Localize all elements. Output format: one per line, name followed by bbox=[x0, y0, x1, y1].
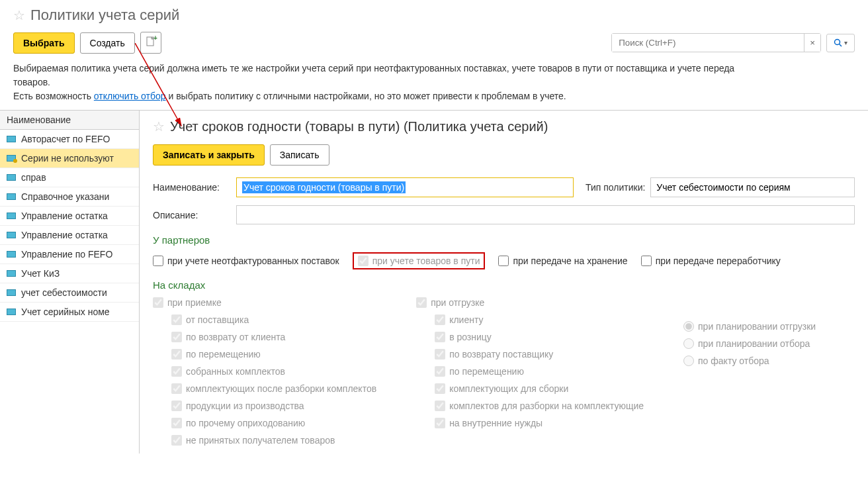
policy-type-input[interactable] bbox=[650, 177, 855, 197]
list-item[interactable]: справ bbox=[0, 168, 139, 187]
list-item[interactable]: Справочное указани bbox=[0, 187, 139, 207]
list-item[interactable]: Управление по FEFO bbox=[0, 245, 139, 264]
search-clear-button[interactable]: × bbox=[804, 34, 820, 52]
search-box: × bbox=[611, 33, 821, 52]
cb-storage[interactable]: при передаче на хранение bbox=[498, 252, 627, 269]
item-icon bbox=[7, 309, 16, 315]
description-input[interactable] bbox=[236, 205, 855, 224]
copy-button[interactable]: + bbox=[140, 32, 161, 54]
chevron-down-icon: ▾ bbox=[844, 39, 847, 46]
list-item[interactable]: Управление остатка bbox=[0, 226, 139, 245]
info-text: Выбираемая политика учета серий должна и… bbox=[0, 62, 868, 110]
list-item[interactable]: Серии не используют bbox=[0, 149, 139, 168]
cb-from-supplier[interactable]: от поставщика bbox=[171, 314, 376, 325]
select-button[interactable]: Выбрать bbox=[13, 32, 75, 54]
policy-type-label: Тип политики: bbox=[586, 182, 645, 193]
item-icon bbox=[7, 270, 16, 277]
list-item[interactable]: Авторасчет по FEFO bbox=[0, 130, 139, 149]
save-close-button[interactable]: Записать и закрыть bbox=[153, 144, 265, 166]
list-item[interactable]: Управление остатка bbox=[0, 207, 139, 226]
cb-not-accepted[interactable]: не принятых получателем товаров bbox=[171, 435, 376, 446]
list-item[interactable]: Учет КиЗ bbox=[0, 264, 139, 283]
document-icon: + bbox=[146, 36, 155, 49]
radio-plan-ship[interactable]: при планировании отгрузки bbox=[683, 321, 816, 332]
item-icon bbox=[7, 232, 16, 238]
main-toolbar: Выбрать Создать + × ▾ bbox=[0, 24, 868, 62]
svg-point-2 bbox=[835, 39, 840, 44]
cb-components[interactable]: комплектующих после разборки комплектов bbox=[171, 383, 376, 394]
cb-other-receipt[interactable]: по прочему оприходованию bbox=[171, 418, 376, 428]
cb-processor[interactable]: при передаче переработчику bbox=[641, 252, 781, 269]
save-button[interactable]: Записать bbox=[270, 144, 329, 166]
create-button[interactable]: Создать bbox=[80, 32, 135, 54]
cb-production[interactable]: продукции из производства bbox=[171, 401, 376, 411]
name-label: Наименование: bbox=[153, 182, 231, 193]
item-icon bbox=[7, 136, 16, 142]
cb-assembly[interactable]: комплектующих для сборки bbox=[435, 383, 644, 394]
cb-in-transit[interactable]: при учете товаров в пути bbox=[353, 252, 486, 269]
favorite-star-icon[interactable]: ☆ bbox=[13, 7, 25, 23]
cb-return-client[interactable]: по возврату от клиента bbox=[171, 332, 376, 342]
warehouses-section-title: На складах bbox=[153, 279, 855, 291]
item-icon bbox=[7, 155, 16, 162]
page-header: ☆ Политики учета серий bbox=[0, 0, 868, 24]
name-input[interactable]: Учет сроков годности (товары в пути) bbox=[236, 177, 574, 197]
magnifier-icon bbox=[834, 38, 843, 48]
cb-unfactured[interactable]: при учете неотфактурованных поставок bbox=[153, 252, 339, 269]
cb-receive[interactable]: при приемке bbox=[153, 297, 376, 308]
form-panel: ☆ Учет сроков годности (товары в пути) (… bbox=[140, 111, 868, 454]
favorite-star-icon[interactable]: ☆ bbox=[153, 119, 165, 134]
cb-move-in[interactable]: по перемещению bbox=[171, 349, 376, 360]
item-icon bbox=[7, 193, 16, 200]
description-label: Описание: bbox=[153, 210, 231, 220]
cb-return-supplier[interactable]: по возврату поставщику bbox=[435, 349, 644, 360]
cb-move-out[interactable]: по перемещению bbox=[435, 366, 644, 377]
page-title: Политики учета серий bbox=[30, 7, 179, 24]
item-icon bbox=[7, 289, 16, 296]
item-icon bbox=[7, 213, 16, 219]
svg-line-3 bbox=[840, 44, 842, 46]
list-item[interactable]: учет себестоимости bbox=[0, 283, 139, 303]
cb-internal[interactable]: на внутренние нужды bbox=[435, 418, 644, 428]
partners-section-title: У партнеров bbox=[153, 234, 855, 246]
item-icon bbox=[7, 174, 16, 181]
list-item[interactable]: Учет серийных номе bbox=[0, 303, 139, 322]
cb-to-client[interactable]: клиенту bbox=[435, 314, 644, 325]
column-header[interactable]: Наименование bbox=[0, 111, 139, 130]
item-icon bbox=[7, 251, 16, 258]
disable-filter-link[interactable]: отключить отбор bbox=[94, 91, 166, 101]
cb-retail[interactable]: в розницу bbox=[435, 332, 644, 342]
search-input[interactable] bbox=[612, 34, 804, 52]
sidebar: Наименование Авторасчет по FEFO Серии не… bbox=[0, 111, 140, 454]
cb-ship[interactable]: при отгрузке bbox=[416, 297, 644, 308]
form-title: Учет сроков годности (товары в пути) (По… bbox=[170, 119, 548, 134]
cb-kits[interactable]: собранных комплектов bbox=[171, 366, 376, 377]
search-dropdown-button[interactable]: ▾ bbox=[826, 34, 855, 52]
radio-fact-pick[interactable]: по факту отбора bbox=[683, 356, 816, 366]
radio-plan-pick[interactable]: при планировании отбора bbox=[683, 338, 816, 349]
cb-disassembly[interactable]: комплектов для разборки на комплектующие bbox=[435, 401, 644, 411]
